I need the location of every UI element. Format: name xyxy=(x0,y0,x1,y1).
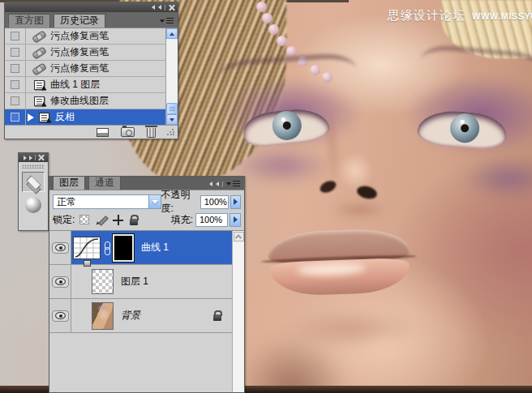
history-tabstrip: 直方图 历史记录 xyxy=(5,12,178,28)
history-source-well[interactable] xyxy=(11,113,19,122)
layer-thumbnail-transparent[interactable] xyxy=(92,269,114,294)
layer-visibility-toggle[interactable] xyxy=(52,242,69,254)
curves-adjustment-thumbnail[interactable] xyxy=(73,237,101,259)
history-list: 污点修复画笔 污点修复画笔 污点修复画笔 曲线 1 图层 xyxy=(5,28,178,125)
close-icon[interactable] xyxy=(38,155,44,160)
lock-transparency-icon[interactable] xyxy=(79,215,89,224)
blend-mode-select[interactable]: 正常 xyxy=(53,194,161,209)
history-item[interactable]: 曲线 1 图层 xyxy=(5,77,165,93)
history-state-marker[interactable] xyxy=(28,113,34,122)
history-source-well[interactable] xyxy=(11,96,19,105)
history-item-label: 污点修复画笔 xyxy=(50,62,109,75)
history-item-label: 反相 xyxy=(55,110,75,124)
healing-brush-icon xyxy=(32,31,46,41)
photo-pearl-band xyxy=(256,2,267,12)
history-source-well[interactable] xyxy=(11,32,19,41)
history-source-well[interactable] xyxy=(11,48,19,57)
lock-position-icon[interactable] xyxy=(113,215,123,225)
layers-icon xyxy=(24,175,42,190)
eye-icon xyxy=(55,312,66,319)
dock-adjustments-button[interactable] xyxy=(22,192,45,212)
layers-list: 曲线 1 图层 1 背景 xyxy=(49,230,244,392)
close-icon[interactable] xyxy=(169,5,174,11)
history-source-well[interactable] xyxy=(11,80,19,89)
layer-row-curves[interactable]: 曲线 1 xyxy=(49,231,232,265)
dock-titlebar[interactable] xyxy=(19,153,48,162)
layer-name[interactable]: 背景 xyxy=(121,309,140,323)
history-panel: 直方图 历史记录 污点修复画笔 污点修复画笔 污点修复画笔 xyxy=(4,2,178,139)
watermark: 思缘设计论坛 WWW.MISSYUAN.COM xyxy=(388,8,532,23)
scroll-up-button[interactable] xyxy=(234,232,244,241)
panel-menu-icon[interactable] xyxy=(160,18,174,24)
lock-all-icon[interactable] xyxy=(130,219,138,225)
new-document-from-state-button[interactable] xyxy=(97,128,109,137)
history-source-well[interactable] xyxy=(11,64,19,73)
layer-row-layer1[interactable]: 图层 1 xyxy=(49,265,232,299)
layers-scrollbar[interactable] xyxy=(232,231,244,392)
fill-arrow-button[interactable] xyxy=(230,213,241,227)
fill-label: 填充: xyxy=(171,213,193,227)
background-lock-icon xyxy=(213,314,221,321)
layer-visibility-toggle[interactable] xyxy=(52,310,69,322)
eye-icon xyxy=(55,278,66,285)
history-item[interactable]: 修改曲线图层 xyxy=(5,93,165,109)
fill-input[interactable]: 100% xyxy=(195,213,228,227)
history-state-icon xyxy=(39,113,49,122)
dock-layers-button[interactable] xyxy=(22,172,45,192)
tab-channels[interactable]: 通道 xyxy=(88,176,121,190)
history-item[interactable]: 污点修复画笔 xyxy=(5,28,165,45)
layers-panel: 图层 通道 正常 不透明度: 100% 锁定: xyxy=(49,176,245,393)
history-item-label: 修改曲线图层 xyxy=(50,94,109,108)
watermark-site-name: 思缘设计论坛 xyxy=(388,8,466,23)
blend-mode-value: 正常 xyxy=(54,195,148,209)
history-panel-titlebar[interactable] xyxy=(5,2,178,12)
history-state-icon xyxy=(34,96,45,106)
scroll-track[interactable] xyxy=(166,39,178,103)
history-item-label: 污点修复画笔 xyxy=(50,29,109,43)
opacity-arrow-button[interactable] xyxy=(230,195,241,209)
layer-thumbnail-photo[interactable] xyxy=(92,302,114,330)
tab-layers[interactable]: 图层 xyxy=(53,176,85,190)
scroll-up-button[interactable] xyxy=(166,28,178,39)
sphere-icon xyxy=(25,197,41,213)
layer-name[interactable]: 图层 1 xyxy=(121,275,148,288)
lock-pixels-icon[interactable] xyxy=(96,215,106,225)
healing-brush-icon xyxy=(32,47,46,58)
chevron-down-icon[interactable] xyxy=(148,195,161,208)
layer-row-background[interactable]: 背景 xyxy=(49,299,232,333)
layers-tabstrip: 图层 通道 xyxy=(49,177,244,190)
scroll-down-button[interactable] xyxy=(166,114,178,125)
collapsed-panel-dock xyxy=(18,152,49,231)
history-item[interactable]: 污点修复画笔 xyxy=(5,61,165,77)
history-item-selected[interactable]: 反相 xyxy=(5,109,165,126)
mask-link-icon[interactable] xyxy=(103,241,110,254)
new-snapshot-button[interactable] xyxy=(121,127,135,137)
history-state-icon xyxy=(34,80,45,90)
history-panel-footer xyxy=(5,125,178,139)
tab-history[interactable]: 历史记录 xyxy=(54,14,105,28)
dock-drag-texture[interactable] xyxy=(22,164,45,169)
opacity-label: 不透明度: xyxy=(161,188,198,216)
expand-icon[interactable] xyxy=(24,156,27,160)
watermark-site-url: WWW.MISSYUAN.COM xyxy=(472,11,532,21)
collapse-icon[interactable] xyxy=(152,5,155,10)
layer-visibility-toggle[interactable] xyxy=(52,276,69,288)
delete-state-button[interactable] xyxy=(147,128,156,138)
healing-brush-icon xyxy=(32,63,46,74)
history-scrollbar[interactable] xyxy=(165,28,178,125)
history-item-label: 污点修复画笔 xyxy=(50,45,109,59)
eye-icon xyxy=(55,244,66,251)
opacity-input[interactable]: 100% xyxy=(200,195,230,209)
tab-histogram[interactable]: 直方图 xyxy=(8,14,50,28)
panel-menu-icon[interactable] xyxy=(226,181,240,187)
history-item-label: 曲线 1 图层 xyxy=(50,78,100,92)
history-item[interactable]: 污点修复画笔 xyxy=(5,45,165,61)
layer-name[interactable]: 曲线 1 xyxy=(141,241,169,254)
photoshop-workspace: 思缘设计论坛 WWW.MISSYUAN.COM 直方图 历史记录 污点修复画笔 xyxy=(0,0,532,393)
lock-label: 锁定: xyxy=(53,213,75,227)
layer-mask-thumbnail[interactable] xyxy=(113,234,134,262)
layers-header: 正常 不透明度: 100% 锁定: 填充: 100% xyxy=(49,190,244,230)
scroll-thumb[interactable] xyxy=(166,103,178,114)
panel-resize-grip[interactable] xyxy=(166,128,175,137)
collapse-icon[interactable] xyxy=(209,182,212,186)
